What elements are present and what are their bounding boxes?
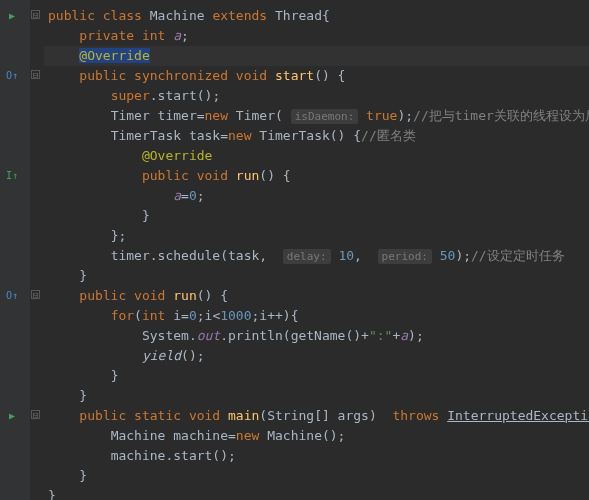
code-line[interactable]: machine.start(); [44, 446, 589, 466]
code-line[interactable]: System.out.println(getName()+":"+a); [44, 326, 589, 346]
override-method-icon[interactable]: O↑ [5, 288, 19, 302]
code-line[interactable]: public synchronized void start() { [44, 66, 589, 86]
code-line[interactable]: } [44, 266, 589, 286]
fold-handle-icon[interactable]: ⊟ [31, 70, 40, 79]
code-line[interactable]: @Override [44, 146, 589, 166]
fold-column: ⊟ ⊟ ⊟ ⊟ [30, 0, 44, 500]
code-line[interactable]: } [44, 206, 589, 226]
code-editor[interactable]: ▶ O↑ I↑ O↑ ▶ ⊟ ⊟ ⊟ ⊟ public class Machin… [0, 0, 589, 500]
run-class-icon[interactable]: ▶ [5, 8, 19, 22]
code-line[interactable]: } [44, 466, 589, 486]
code-line[interactable]: public class Machine extends Thread{ [44, 6, 589, 26]
gutter: ▶ O↑ I↑ O↑ ▶ [0, 0, 30, 500]
code-line[interactable]: Machine machine=new Machine(); [44, 426, 589, 446]
code-line[interactable]: super.start(); [44, 86, 589, 106]
code-line[interactable]: }; [44, 226, 589, 246]
code-line[interactable]: public void run() { [44, 286, 589, 306]
code-line[interactable]: for(int i=0;i<1000;i++){ [44, 306, 589, 326]
code-line[interactable]: public static void main(String[] args) t… [44, 406, 589, 426]
run-main-icon[interactable]: ▶ [5, 408, 19, 422]
code-line[interactable]: } [44, 366, 589, 386]
code-line[interactable]: TimerTask task=new TimerTask() {//匿名类 [44, 126, 589, 146]
code-line[interactable]: @Override [44, 46, 589, 66]
code-area[interactable]: public class Machine extends Thread{ pri… [44, 0, 589, 500]
code-line[interactable]: public void run() { [44, 166, 589, 186]
fold-handle-icon[interactable]: ⊟ [31, 290, 40, 299]
code-line[interactable]: } [44, 486, 589, 500]
override-method-icon[interactable]: O↑ [5, 68, 19, 82]
code-line[interactable]: yield(); [44, 346, 589, 366]
code-line[interactable]: timer.schedule(task, delay: 10, period: … [44, 246, 589, 266]
code-line[interactable]: private int a; [44, 26, 589, 46]
fold-handle-icon[interactable]: ⊟ [31, 10, 40, 19]
implements-method-icon[interactable]: I↑ [5, 168, 19, 182]
code-line[interactable]: Timer timer=new Timer( isDaemon: true);/… [44, 106, 589, 126]
fold-handle-icon[interactable]: ⊟ [31, 410, 40, 419]
code-line[interactable]: } [44, 386, 589, 406]
code-line[interactable]: a=0; [44, 186, 589, 206]
